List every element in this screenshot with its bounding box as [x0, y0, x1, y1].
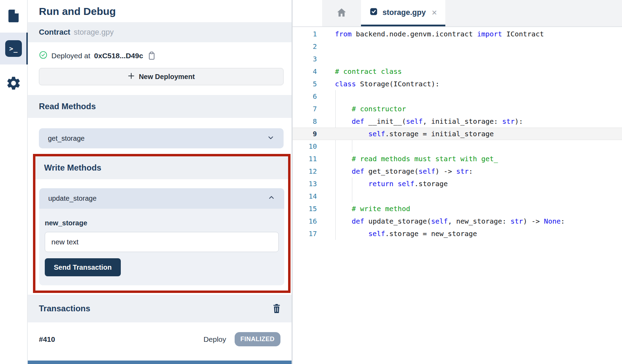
code-text: # read methods must start with get_ [317, 153, 498, 165]
code-token: IContract [502, 30, 544, 38]
trash-icon[interactable] [272, 303, 281, 314]
code-token: , new_storage: [448, 217, 511, 225]
code-token: str [511, 217, 523, 225]
transaction-row[interactable]: #410 Deploy FINALIZED [39, 332, 280, 346]
line-number: 17 [293, 227, 317, 240]
line-number: 16 [293, 215, 317, 227]
code-token [335, 205, 352, 213]
code-text: class Storage(IContract): [317, 78, 439, 90]
line-number: 5 [293, 78, 317, 90]
code-token [335, 217, 352, 225]
code-token: .storage [414, 180, 448, 188]
line-number: 6 [293, 90, 317, 103]
code-text [317, 53, 335, 65]
gear-icon [6, 75, 22, 93]
plus-icon [128, 72, 135, 81]
code-token: return [368, 180, 393, 188]
file-check-icon [369, 7, 378, 17]
code-token: # contract class [335, 67, 402, 76]
file-icon [6, 8, 21, 25]
run-debug-panel: Run and Debug Contract storage.gpy Deplo… [28, 0, 293, 364]
code-text [317, 90, 335, 103]
line-number: 1 [293, 28, 317, 40]
code-text: self.storage = initial_storage [317, 128, 494, 140]
method-update-storage-toggle[interactable]: update_storage [39, 188, 284, 209]
code-token: class [335, 80, 356, 88]
code-area[interactable]: 1from backend.node.genvm.icontract impor… [293, 27, 622, 364]
code-token: .storage = initial_storage [385, 130, 494, 138]
line-number: 7 [293, 103, 317, 115]
contract-filename: storage.gpy [74, 28, 114, 37]
contract-header: Contract storage.gpy [28, 22, 292, 42]
line-number: 12 [293, 165, 317, 177]
code-token [335, 105, 352, 113]
code-token: __init__( [364, 117, 406, 125]
new-deployment-button[interactable]: New Deployment [39, 68, 284, 85]
tab-bar-spacer [293, 0, 322, 26]
code-text: # constructor [317, 103, 406, 115]
code-token: self [398, 180, 414, 188]
transaction-id: #410 [39, 335, 55, 344]
code-token: None [544, 217, 561, 225]
new-deployment-label: New Deployment [139, 73, 195, 81]
clipboard-icon[interactable] [148, 51, 156, 60]
send-transaction-button[interactable]: Send Transaction [45, 258, 121, 276]
code-line: 1from backend.node.genvm.icontract impor… [293, 28, 622, 40]
code-line: 13 return self.storage [293, 177, 622, 190]
code-text: return self.storage [317, 177, 448, 190]
code-token [335, 130, 368, 138]
code-line: 5class Storage(IContract): [293, 78, 622, 90]
code-text [317, 40, 335, 53]
method-get-storage[interactable]: get_storage [39, 128, 284, 148]
code-line: 8 def __init__(self, initial_storage: st… [293, 115, 622, 128]
tab-storage-gpy[interactable]: storage.gpy × [361, 0, 445, 26]
code-text: def __init__(self, initial_storage: str)… [317, 115, 523, 128]
sidebar-item-run-debug[interactable]: >_ [0, 33, 27, 64]
code-token: , initial_storage: [423, 117, 502, 125]
code-line: 6 [293, 90, 622, 103]
line-number: 2 [293, 40, 317, 53]
transaction-type: Deploy [203, 335, 226, 344]
sidebar-item-files[interactable] [0, 6, 27, 28]
code-token: update_storage( [364, 217, 431, 225]
line-number: 11 [293, 153, 317, 165]
code-line: 4# contract class [293, 65, 622, 78]
read-methods-header: Read Methods [28, 95, 292, 118]
code-text: from backend.node.genvm.icontract import… [317, 28, 544, 40]
code-token: self [406, 117, 423, 125]
code-token: import [477, 30, 502, 38]
line-number: 14 [293, 190, 317, 202]
home-tab[interactable] [322, 0, 361, 26]
code-token: ) -> [435, 167, 456, 175]
code-token: Storage(IContract): [356, 80, 439, 88]
code-line: 3 [293, 53, 622, 65]
code-token: def [352, 167, 364, 175]
status-badge: FINALIZED [235, 332, 281, 346]
code-token: : [561, 217, 565, 225]
code-token: self [431, 217, 448, 225]
check-circle-icon [39, 51, 48, 61]
code-token: get_storage( [364, 167, 419, 175]
code-token: ): [515, 117, 523, 125]
new-storage-input[interactable] [45, 232, 279, 252]
write-methods-header: Write Methods [35, 156, 288, 179]
chevron-down-icon [267, 134, 275, 143]
code-text [317, 190, 335, 202]
code-token: self [419, 167, 435, 175]
code-token: self [368, 130, 385, 138]
code-text: # write method [317, 202, 410, 215]
close-icon[interactable]: × [432, 8, 437, 17]
transactions-title: Transactions [39, 304, 90, 313]
code-line: 16 def update_storage(self, new_storage:… [293, 215, 622, 227]
code-line: 17 self.storage = new_storage [293, 227, 622, 240]
code-line: 2 [293, 40, 622, 53]
code-token: # constructor [352, 105, 406, 113]
code-token: str [456, 167, 469, 175]
line-number: 15 [293, 202, 317, 215]
sidebar-item-settings[interactable] [0, 73, 27, 95]
code-token [394, 180, 398, 188]
panel-scrollbar[interactable] [28, 361, 292, 364]
code-token: from [335, 30, 352, 38]
code-line: 7 # constructor [293, 103, 622, 115]
code-line: 15 # write method [293, 202, 622, 215]
